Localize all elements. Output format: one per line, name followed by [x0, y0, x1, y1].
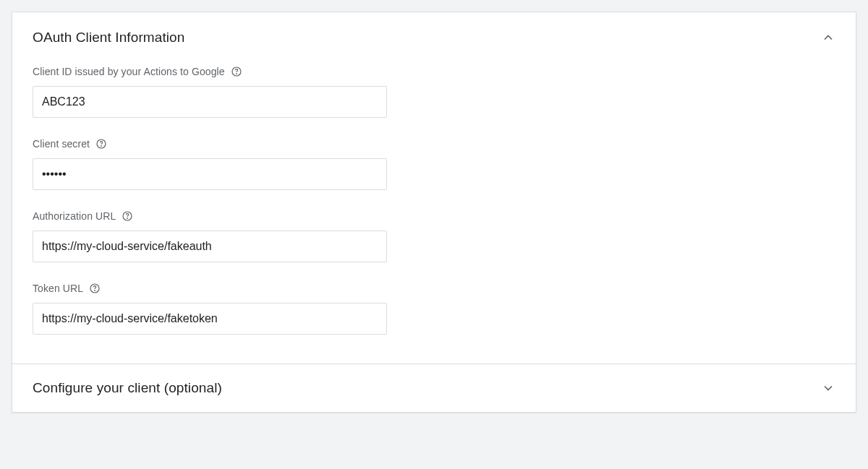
- svg-point-3: [101, 146, 102, 147]
- authorization-url-label-row: Authorization URL: [33, 210, 835, 222]
- client-id-input[interactable]: [33, 86, 387, 118]
- client-secret-input[interactable]: [33, 158, 387, 190]
- chevron-down-icon: [821, 381, 835, 395]
- client-id-label: Client ID issued by your Actions to Goog…: [33, 66, 225, 77]
- chevron-up-icon: [821, 30, 835, 45]
- svg-point-1: [236, 74, 237, 74]
- authorization-url-field: Authorization URL: [33, 210, 835, 262]
- client-secret-label-row: Client secret: [33, 138, 835, 150]
- token-url-field: Token URL: [33, 283, 835, 335]
- token-url-input[interactable]: [33, 303, 387, 335]
- client-secret-field: Client secret: [33, 138, 835, 190]
- token-url-label: Token URL: [33, 283, 83, 294]
- authorization-url-input[interactable]: [33, 231, 387, 262]
- configure-client-title: Configure your client (optional): [33, 380, 222, 396]
- help-icon[interactable]: [231, 66, 242, 77]
- oauth-section-header[interactable]: OAuth Client Information: [33, 30, 835, 46]
- help-icon[interactable]: [122, 210, 133, 222]
- svg-point-7: [95, 291, 95, 291]
- oauth-client-section: OAuth Client Information Client ID issue…: [12, 12, 856, 363]
- authorization-url-label: Authorization URL: [33, 210, 116, 222]
- settings-card: OAuth Client Information Client ID issue…: [12, 12, 856, 413]
- client-id-label-row: Client ID issued by your Actions to Goog…: [33, 66, 835, 77]
- client-secret-label: Client secret: [33, 138, 90, 150]
- token-url-label-row: Token URL: [33, 283, 835, 294]
- svg-point-5: [127, 218, 128, 219]
- client-id-field: Client ID issued by your Actions to Goog…: [33, 66, 835, 118]
- help-icon[interactable]: [89, 283, 101, 294]
- help-icon[interactable]: [95, 138, 107, 150]
- configure-client-section-header[interactable]: Configure your client (optional): [12, 364, 856, 412]
- oauth-section-title: OAuth Client Information: [33, 30, 184, 46]
